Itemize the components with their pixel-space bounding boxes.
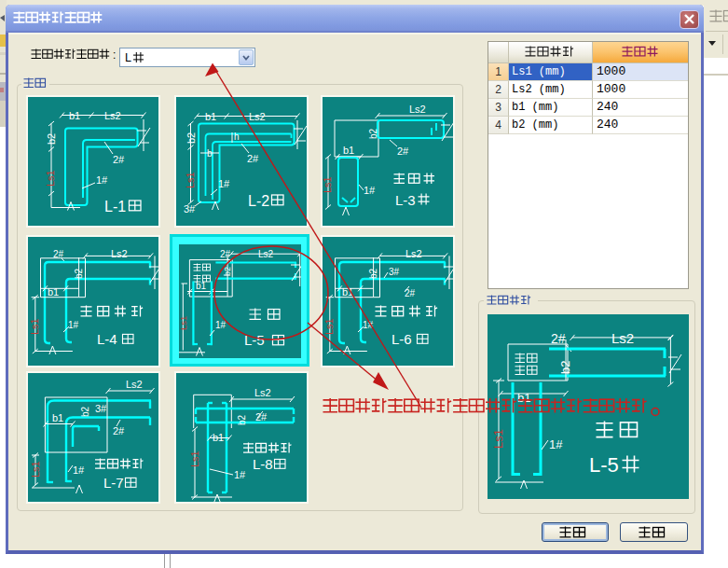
- svg-text:1#: 1#: [68, 320, 79, 330]
- svg-text:Ls1: Ls1: [45, 170, 56, 187]
- svg-text:Ls2: Ls2: [126, 379, 143, 390]
- svg-text:L-4: L-4: [97, 330, 117, 346]
- svg-text:Ls2: Ls2: [611, 330, 634, 346]
- svg-text:2#: 2#: [247, 153, 259, 164]
- svg-text:2#: 2#: [397, 145, 409, 157]
- svg-text:1#: 1#: [96, 174, 108, 186]
- svg-text::: :: [113, 48, 116, 62]
- svg-text:Ls1: Ls1: [491, 429, 505, 449]
- svg-text:2#: 2#: [255, 411, 268, 423]
- svg-text:Ls2: Ls2: [111, 248, 128, 259]
- svg-text:Ls1: Ls1: [323, 176, 333, 193]
- svg-text:b1: b1: [213, 432, 224, 443]
- svg-text:b2: b2: [46, 133, 57, 145]
- svg-text:L-5: L-5: [244, 332, 265, 348]
- svg-text:b2: b2: [368, 128, 378, 139]
- svg-text:b2: b2: [185, 132, 196, 144]
- svg-text:b2: b2: [237, 414, 247, 425]
- svg-text:1#: 1#: [364, 185, 376, 196]
- svg-text:3#: 3#: [389, 267, 400, 277]
- svg-text:1#: 1#: [549, 437, 563, 451]
- svg-text:Ls2: Ls2: [104, 110, 121, 121]
- svg-text:Ls1: Ls1: [29, 318, 40, 335]
- svg-text:b1: b1: [52, 412, 63, 423]
- svg-text:Ls2: Ls2: [254, 387, 271, 398]
- svg-text:2#: 2#: [113, 154, 125, 165]
- svg-text:2#: 2#: [220, 248, 231, 258]
- svg-text:L-5: L-5: [589, 453, 619, 477]
- svg-text:b1: b1: [196, 281, 207, 291]
- svg-text:3#: 3#: [95, 403, 107, 414]
- svg-text:L-2: L-2: [248, 193, 269, 209]
- svg-text:2#: 2#: [113, 425, 125, 436]
- svg-text:1#: 1#: [363, 320, 374, 330]
- svg-text:3#: 3#: [184, 203, 196, 215]
- svg-text:1#: 1#: [234, 469, 246, 480]
- svg-text:b1: b1: [517, 391, 530, 405]
- svg-text:b1: b1: [48, 286, 59, 298]
- svg-text:Ls1: Ls1: [30, 461, 41, 478]
- svg-text:Ls2: Ls2: [249, 111, 266, 122]
- svg-text:b1: b1: [69, 110, 80, 121]
- svg-text:h: h: [234, 132, 240, 142]
- svg-text:b1: b1: [343, 145, 354, 156]
- svg-text:1#: 1#: [215, 320, 227, 330]
- svg-text:L-1: L-1: [104, 199, 126, 215]
- svg-text:Ls1: Ls1: [323, 318, 335, 335]
- svg-text:L: L: [125, 51, 131, 64]
- svg-text:L-6: L-6: [391, 330, 412, 346]
- svg-text:Ls2: Ls2: [409, 104, 426, 115]
- svg-text:b1: b1: [205, 111, 216, 122]
- svg-text:1#: 1#: [73, 464, 85, 476]
- svg-text:L-7: L-7: [103, 475, 124, 491]
- svg-text:Ls1: Ls1: [185, 172, 196, 188]
- svg-text:Ls1: Ls1: [189, 450, 200, 467]
- svg-text:L-8: L-8: [253, 456, 273, 472]
- svg-text:b2: b2: [80, 406, 90, 417]
- svg-text:L-3: L-3: [395, 192, 416, 208]
- svg-text:Ls2: Ls2: [258, 248, 274, 258]
- svg-text:b1: b1: [342, 286, 353, 298]
- svg-text:Ls1: Ls1: [179, 315, 188, 329]
- svg-text:Ls2: Ls2: [405, 248, 422, 259]
- svg-text:1#: 1#: [218, 178, 230, 189]
